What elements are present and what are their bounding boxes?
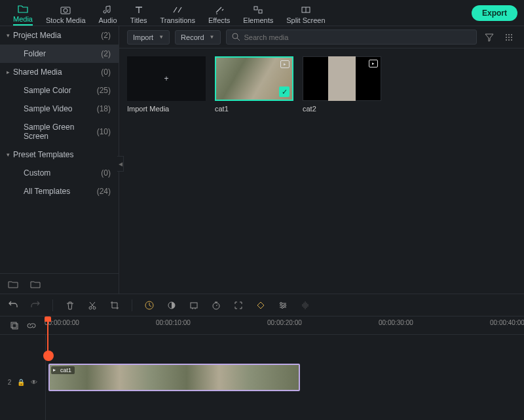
music-icon: [103, 5, 113, 15]
tile-label: cat2: [303, 105, 381, 113]
sidebar-item-shared-media[interactable]: ▸Shared Media(0): [0, 63, 119, 81]
video-badge-icon: ▸: [369, 60, 378, 67]
expand-icon[interactable]: [233, 300, 244, 311]
keyframe-icon[interactable]: [255, 300, 266, 311]
svg-rect-21: [191, 303, 197, 308]
sidebar-item-sample-green[interactable]: Sample Green Screen(10): [0, 118, 119, 145]
import-media-tile[interactable]: +: [127, 56, 206, 101]
tile-label: Import Media: [127, 105, 206, 113]
cut-icon[interactable]: [87, 300, 98, 311]
clip-label: cat1: [51, 366, 75, 374]
sidebar-item-custom[interactable]: Custom(0): [0, 164, 119, 182]
grid-icon[interactable]: [502, 33, 516, 42]
ruler-row: 00:00:00:00 00:00:10:00 00:00:20:00 00:0…: [0, 316, 524, 335]
tab-media[interactable]: Media: [7, 1, 39, 26]
playhead-handle[interactable]: [43, 351, 54, 361]
undo-icon[interactable]: [8, 300, 18, 311]
filter-icon[interactable]: [482, 33, 496, 42]
timeline-toolbar: [0, 294, 524, 316]
media-tile-cat1[interactable]: ▸ ✓: [215, 56, 293, 101]
time-ruler[interactable]: 00:00:00:00 00:00:10:00 00:00:20:00 00:0…: [45, 316, 524, 334]
duration-icon[interactable]: [211, 300, 221, 311]
media-grid: + Import Media ▸ ✓ cat1 ▸ cat2: [119, 48, 524, 294]
svg-point-17: [89, 307, 92, 309]
track-number: 2: [8, 379, 12, 386]
sidebar-item-sample-color[interactable]: Sample Color(25): [0, 81, 119, 100]
tab-transitions[interactable]: Transitions: [154, 2, 202, 24]
sidebar-item-folder[interactable]: Folder(2): [0, 45, 119, 63]
tab-elements[interactable]: Elements: [236, 2, 280, 24]
check-icon: ✓: [279, 86, 290, 97]
ruler-tick: 00:00:30:00: [379, 319, 413, 326]
svg-point-15: [508, 39, 510, 41]
audio-icon[interactable]: [300, 300, 310, 311]
track-header: 2 🔒 👁: [0, 335, 46, 420]
media-tile-cat2[interactable]: ▸: [303, 56, 381, 101]
transition-icon: [172, 5, 183, 15]
chevron-down-icon: ▼: [210, 34, 215, 40]
video-badge-icon: ▸: [280, 60, 290, 68]
svg-point-9: [508, 34, 510, 35]
search-icon: [232, 33, 240, 41]
chevron-down-icon: ▼: [159, 34, 164, 40]
green-screen-icon[interactable]: [189, 300, 199, 311]
svg-point-24: [284, 304, 286, 306]
tracks-area[interactable]: cat1: [46, 335, 524, 420]
sidebar-item-all-templates[interactable]: All Templates(24): [0, 182, 119, 200]
color-icon[interactable]: [166, 300, 177, 311]
svg-rect-2: [254, 7, 257, 10]
tile-label: cat1: [215, 105, 293, 113]
folder-icon[interactable]: [30, 279, 41, 288]
timeline-clip-cat1[interactable]: cat1: [48, 364, 300, 391]
ruler-tick: 00:00:10:00: [156, 319, 191, 326]
timeline-panel: 00:00:00:00 00:00:10:00 00:00:20:00 00:0…: [0, 294, 524, 420]
plus-icon: +: [164, 74, 168, 83]
record-dropdown[interactable]: Record▼: [175, 30, 220, 45]
chevron-right-icon: ▸: [7, 69, 13, 75]
svg-point-8: [506, 34, 507, 35]
svg-point-16: [511, 39, 512, 41]
svg-line-7: [237, 38, 240, 41]
tab-audio[interactable]: Audio: [92, 2, 124, 24]
ruler-link-icon[interactable]: [26, 320, 37, 331]
content-toolbar: Import▼ Record▼: [119, 26, 524, 48]
svg-point-6: [233, 33, 238, 39]
sidebar-collapse-button[interactable]: ◀: [117, 156, 124, 172]
delete-icon[interactable]: [65, 300, 75, 311]
crop-icon[interactable]: [109, 300, 120, 311]
elements-icon: [253, 5, 263, 15]
svg-rect-27: [12, 324, 18, 329]
tab-split-screen[interactable]: Split Screen: [280, 2, 331, 24]
sidebar-item-sample-video[interactable]: Sample Video(18): [0, 100, 119, 118]
chevron-down-icon: ▾: [7, 151, 13, 158]
svg-point-12: [508, 37, 510, 38]
ruler-copy-icon[interactable]: [9, 320, 20, 331]
search-field[interactable]: [226, 29, 477, 45]
text-icon: [134, 5, 144, 15]
settings-icon[interactable]: [278, 300, 288, 311]
sidebar-item-preset-templates[interactable]: ▾Preset Templates: [0, 145, 119, 164]
effects-icon: [214, 5, 225, 15]
chevron-down-icon: ▾: [7, 32, 13, 39]
split-icon: [301, 5, 311, 15]
svg-rect-26: [11, 322, 16, 328]
export-button[interactable]: Export: [472, 5, 517, 21]
svg-point-25: [282, 306, 284, 308]
svg-point-11: [506, 37, 507, 38]
redo-icon[interactable]: [30, 300, 41, 311]
svg-point-10: [511, 34, 512, 35]
tab-effects[interactable]: Effects: [202, 2, 236, 24]
speed-icon[interactable]: [144, 300, 155, 311]
svg-point-14: [506, 39, 507, 41]
svg-point-13: [511, 37, 512, 38]
search-input[interactable]: [244, 33, 472, 41]
import-dropdown[interactable]: Import▼: [127, 30, 170, 45]
lock-icon[interactable]: 🔒: [17, 379, 25, 386]
new-folder-icon[interactable]: [8, 279, 18, 288]
sidebar-item-project-media[interactable]: ▾Project Media(2): [0, 26, 119, 45]
tab-stock-media[interactable]: Stock Media: [39, 2, 92, 24]
svg-point-1: [64, 9, 67, 12]
ruler-tick: 00:00:20:00: [267, 319, 302, 326]
tab-titles[interactable]: Titles: [124, 2, 154, 24]
eye-icon[interactable]: 👁: [31, 379, 37, 386]
